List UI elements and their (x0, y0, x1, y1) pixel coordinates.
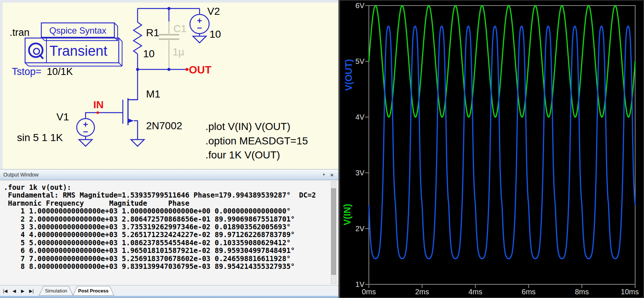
close-icon: × (330, 172, 334, 178)
nav-first-button[interactable]: |◀ (3, 288, 8, 294)
tab-simulation[interactable]: Simulation (39, 286, 73, 295)
resistor-ref: R1 (146, 27, 159, 38)
directive-option[interactable]: .option MEASDGT=15 (205, 135, 308, 147)
left-pane: .tran Qspice Syntax Transient Tstop= 10/… (0, 0, 338, 298)
svg-text:2ms: 2ms (415, 288, 429, 296)
output-scrollbar[interactable] (331, 181, 336, 284)
window-left-border (0, 0, 3, 169)
capacitor-value: 1µ (173, 46, 184, 58)
nav-prev-button[interactable]: ◀ (13, 288, 16, 294)
nav-last-button[interactable]: ▶| (29, 288, 34, 294)
vsource-v1-value: sin 5 1 1K (17, 132, 63, 143)
tab-post-process[interactable]: Post Process (73, 286, 114, 295)
net-in-dot (97, 112, 99, 114)
svg-text:2V: 2V (356, 225, 365, 233)
collapse-button[interactable]: ▼ (321, 171, 327, 178)
tstop-parameter[interactable]: Tstop= 10/1K (12, 66, 73, 77)
svg-text:5V: 5V (356, 57, 365, 65)
tab-bar: |◀ ◀ ▶ ▶| Simulation Post Process (0, 285, 338, 296)
tran-directive[interactable]: .tran (10, 27, 30, 38)
vsource-v1-ref: V1 (56, 111, 69, 123)
mosfet-model: 2N7002 (146, 120, 182, 131)
tab-simulation-label: Simulation (45, 288, 67, 294)
resistor-value: 10 (143, 48, 155, 59)
svg-text:3V: 3V (356, 169, 365, 177)
tstop-label: Tstop= (12, 66, 41, 77)
sim-syntax-label: Qspice Syntax (49, 25, 107, 35)
vout-axis-label[interactable]: V(OUT) (343, 59, 354, 91)
scrollbar-thumb[interactable] (331, 188, 336, 275)
waveform-pane[interactable]: 1V2V3V4V5V6V0ms2ms4ms6ms8ms10ms V(OUT) V… (339, 0, 644, 298)
vin-axis-label[interactable]: V(IN) (342, 204, 352, 225)
output-window-content: .four 1k v(out): Fundamental: RMS Magnit… (0, 180, 338, 285)
svg-text:6V: 6V (356, 1, 365, 10)
svg-text:8ms: 8ms (575, 288, 589, 296)
svg-text:4ms: 4ms (468, 288, 482, 296)
svg-text:1V: 1V (356, 280, 365, 288)
tstop-value: 10/1K (47, 66, 73, 77)
svg-text:4V: 4V (356, 113, 365, 121)
tab-post-process-label: Post Process (78, 288, 108, 294)
chevron-down-icon: ▼ (322, 173, 326, 177)
net-label-out[interactable]: OUT (189, 64, 212, 76)
sim-name-label: Transient (49, 43, 107, 59)
vsource-v2-ref: V2 (207, 6, 220, 17)
directive-four[interactable]: .four 1K V(OUT) (205, 149, 280, 161)
capacitor-ref: C1 (173, 23, 187, 34)
mosfet-ref: M1 (146, 88, 160, 100)
output-text: .four 1k v(out): Fundamental: RMS Magnit… (0, 180, 338, 270)
window-top-border (0, 0, 338, 3)
net-label-in[interactable]: IN (93, 99, 104, 110)
schematic-canvas[interactable]: .tran Qspice Syntax Transient Tstop= 10/… (0, 0, 338, 169)
net-out-dot (186, 68, 188, 71)
output-window-titlebar: Output Window ▼ × (0, 169, 338, 180)
vsource-v2-value: 10 (210, 28, 221, 40)
nav-next-button[interactable]: ▶ (21, 288, 25, 294)
svg-text:10ms: 10ms (621, 288, 639, 296)
svg-text:6ms: 6ms (522, 288, 536, 296)
close-button[interactable]: × (329, 171, 335, 178)
output-window-title: Output Window (0, 172, 321, 178)
directive-plot[interactable]: .plot V(IN) V(OUT) (205, 121, 290, 132)
window-bottom-strip (0, 296, 338, 298)
svg-text:0ms: 0ms (362, 288, 376, 296)
